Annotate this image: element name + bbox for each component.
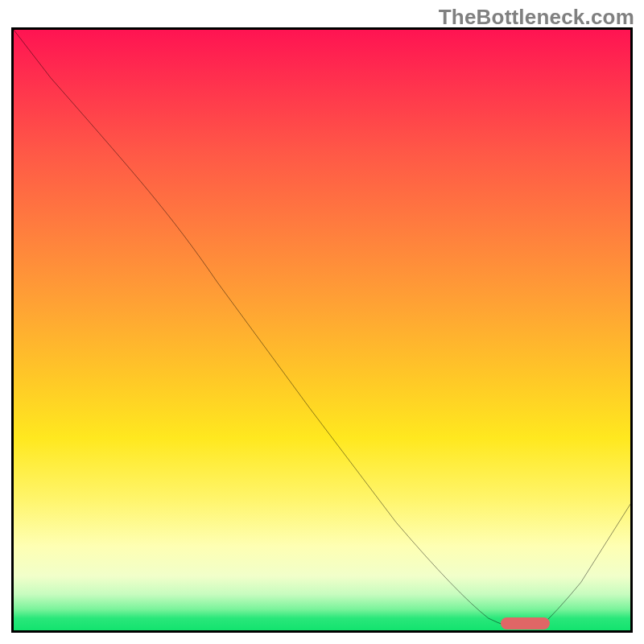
bottleneck-curve [14, 30, 630, 630]
optimal-range-marker [501, 617, 550, 630]
plot-area [11, 27, 633, 633]
chart-frame: TheBottleneck.com [0, 0, 644, 644]
watermark-text: TheBottleneck.com [439, 5, 634, 30]
